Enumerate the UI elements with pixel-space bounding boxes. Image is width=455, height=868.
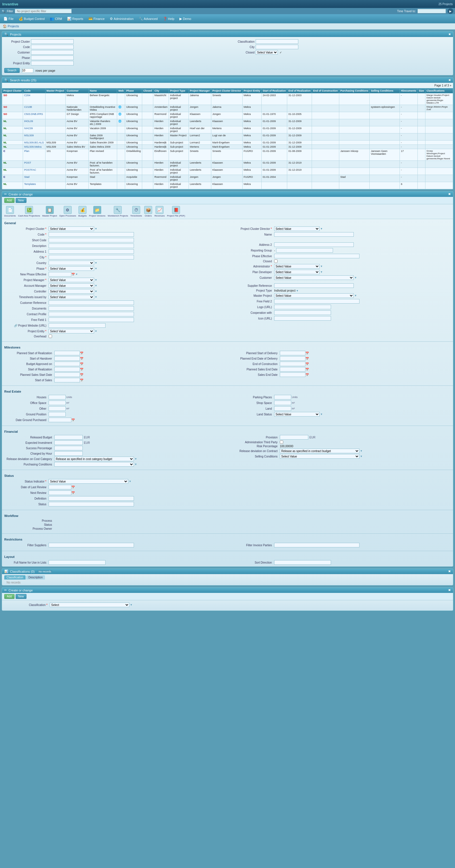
sr-calendar-icon[interactable]: 📅: [80, 368, 83, 371]
menu-help[interactable]: ❓ Help: [161, 16, 177, 21]
pss-calendar-icon[interactable]: 📅: [80, 373, 83, 376]
icon-url-input[interactable]: [274, 316, 331, 321]
charged-by-hour-input[interactable]: [54, 451, 83, 456]
cc2-close[interactable]: ✖: [448, 588, 451, 592]
houses-input[interactable]: [48, 395, 66, 399]
dg-calendar-icon[interactable]: 📅: [71, 418, 75, 422]
definition-input[interactable]: [48, 496, 134, 501]
planned-end-del-input[interactable]: [280, 356, 305, 361]
city-general-input[interactable]: [48, 255, 134, 259]
code-input[interactable]: [31, 45, 74, 49]
filter-suppliers-input[interactable]: [48, 543, 134, 547]
icon-timesheets[interactable]: ⏱ Timesheets: [130, 206, 142, 217]
table-row[interactable]: C Stad Koopman Stad Acquisitie Roermond …: [2, 175, 453, 182]
code-link[interactable]: Plan: [24, 150, 29, 153]
land-status-select[interactable]: Select Value: [274, 412, 320, 416]
new2-button[interactable]: New: [15, 594, 27, 599]
time-travel-btn[interactable]: ▶: [448, 8, 453, 14]
cluster-director-select[interactable]: Select Value: [274, 226, 320, 231]
planned-sales-end-input[interactable]: [280, 367, 305, 372]
ground-position-input[interactable]: [48, 412, 66, 416]
table-row[interactable]: NL MSL509 Acme BV Sales 2009 hoofdprojec…: [2, 133, 453, 141]
other-input[interactable]: [48, 406, 66, 411]
results-close[interactable]: ✖: [449, 79, 451, 82]
office-space-input[interactable]: [48, 401, 66, 405]
parking-input[interactable]: [274, 395, 291, 399]
code-field-input[interactable]: [48, 232, 134, 237]
icon-cashflow[interactable]: 💹 Cash-flow Projections: [18, 206, 40, 217]
cc-close[interactable]: ✖: [448, 192, 451, 196]
provision-input[interactable]: [280, 435, 308, 439]
new-button[interactable]: New: [15, 198, 27, 203]
time-travel-input[interactable]: [418, 9, 446, 13]
budget-approved-input[interactable]: [54, 362, 80, 366]
icon-budgets[interactable]: 💰 Budgets: [78, 206, 87, 217]
breadcrumb-link[interactable]: Projects: [8, 25, 19, 28]
table-row[interactable]: SO C204 Mekra Beheer Energetic Uitvoerin…: [2, 93, 453, 105]
city-input[interactable]: [256, 45, 298, 49]
sales-end-input[interactable]: [280, 372, 305, 377]
menu-finance[interactable]: 💳 Finance: [86, 16, 107, 21]
controller-select[interactable]: Select Value: [48, 289, 94, 293]
end-const-input[interactable]: [280, 362, 305, 366]
code-link[interactable]: POST: [24, 161, 31, 164]
phase-effective-input[interactable]: [274, 254, 359, 258]
rows-per-page-input[interactable]: [22, 68, 33, 73]
overhead-checkbox[interactable]: [48, 335, 52, 338]
menu-crm[interactable]: 👥 CRM: [47, 16, 64, 21]
planned-sales-start-input[interactable]: [54, 372, 80, 377]
project-manager-select[interactable]: Select Value: [48, 278, 94, 282]
start-handover-input[interactable]: [54, 356, 80, 361]
psd-calendar-icon[interactable]: 📅: [305, 352, 309, 355]
planned-start-real-input[interactable]: [54, 351, 80, 355]
land-input[interactable]: [274, 406, 291, 411]
ec-calendar-icon[interactable]: 📅: [305, 363, 309, 366]
table-row[interactable]: SO C210B Nationale Nederlanden Ontwikkel…: [2, 105, 453, 112]
search-button[interactable]: Search: [4, 68, 20, 73]
table-row[interactable]: NL MSL509.Mekra MSL509 Sales Mekra BV Sa…: [2, 145, 453, 149]
class-close[interactable]: ✖: [448, 569, 451, 573]
phase-select[interactable]: Select Value: [48, 266, 94, 271]
address1-input[interactable]: [48, 249, 134, 254]
code-link[interactable]: MSL509: [24, 134, 34, 137]
date-ground-input[interactable]: [48, 417, 71, 422]
sort-direction-input[interactable]: [274, 560, 331, 565]
classification-tab[interactable]: Classification: [4, 575, 26, 580]
contract-profile-input[interactable]: [48, 312, 134, 316]
icon-project-statuses[interactable]: 📋 Master Project: [42, 206, 57, 217]
menu-file[interactable]: 📄 File: [1, 16, 16, 21]
planned-start-del-input[interactable]: [280, 351, 305, 355]
status-indicator-select[interactable]: Select Value: [48, 479, 128, 484]
code-link[interactable]: MSL509.BO.ALG: [24, 141, 44, 144]
next-review-input[interactable]: [48, 491, 71, 495]
icon-project-versions[interactable]: 📁 Project Versions: [89, 206, 105, 217]
project-entity-input[interactable]: [31, 61, 74, 65]
selling-conditions-select[interactable]: Select Value: [280, 454, 359, 459]
purchasing-conditions-select[interactable]: [54, 462, 134, 467]
icon-project-file[interactable]: 📕 Project File (PDF): [167, 206, 185, 217]
admin-third-party-checkbox[interactable]: [280, 440, 283, 444]
icon-documents[interactable]: 📄 Documents: [4, 206, 15, 217]
icon-open-processes[interactable]: ⚙ Open Processes: [59, 206, 76, 217]
classification-input[interactable]: [256, 39, 298, 44]
project-cluster-select[interactable]: Select Value: [48, 226, 94, 231]
master-project-select[interactable]: Select Value: [274, 293, 354, 298]
menu-admin[interactable]: ⚙ Administration: [107, 16, 136, 21]
release-dev-contract-select[interactable]: Release as specified in contract budget: [280, 448, 359, 453]
cooperation-with-input[interactable]: [274, 310, 331, 315]
new-phase-effective-input[interactable]: [48, 272, 71, 277]
classification-select[interactable]: Select: [50, 602, 129, 607]
start-real-input[interactable]: [54, 367, 80, 372]
administrator-select[interactable]: Select Value: [274, 264, 320, 269]
icon-orders[interactable]: 📦 Orders: [144, 206, 152, 217]
code-link[interactable]: MSL509.Mekra: [24, 145, 41, 148]
project-cluster-input[interactable]: [31, 39, 74, 44]
code-link[interactable]: C204: [24, 94, 30, 97]
filter-input[interactable]: [15, 9, 72, 13]
project-website-input[interactable]: [48, 323, 105, 328]
logo-url-input[interactable]: [274, 305, 331, 309]
filter-invoice-input[interactable]: [274, 543, 359, 547]
table-row[interactable]: NL IHOL09 Acme BV Vakantie Ihanders etc.…: [2, 119, 453, 126]
success-percentage-input[interactable]: [54, 446, 83, 451]
ss-calendar-icon[interactable]: 📅: [80, 379, 83, 382]
